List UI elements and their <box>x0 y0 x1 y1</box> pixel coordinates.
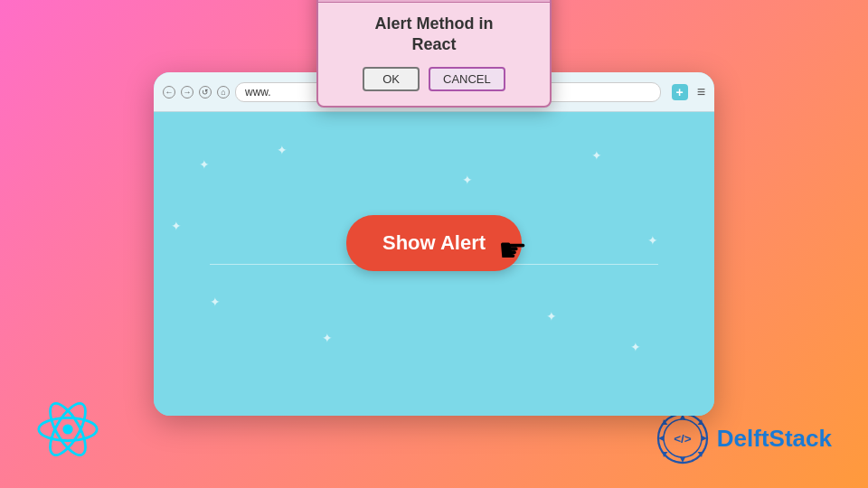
show-alert-button[interactable]: Show Alert <box>346 215 522 271</box>
alert-cancel-button[interactable]: CANCEL <box>429 67 505 91</box>
new-tab-button[interactable]: + <box>672 84 688 100</box>
alert-body: Alert Method in React OK CANCEL <box>318 3 550 106</box>
star-9: ✦ <box>647 233 658 248</box>
alert-title-line2: React <box>411 35 456 53</box>
star-1: ✦ <box>199 157 210 172</box>
browser-content: ✦ ✦ ✦ ✦ ✦ ✦ ✦ ✦ ✦ ✦ Show Alert ☛ <box>154 112 714 416</box>
star-4: ✦ <box>591 148 602 163</box>
browser-refresh-button[interactable]: ↺ <box>199 86 212 99</box>
star-8: ✦ <box>630 340 641 354</box>
browser-window: × □ — Alert Method in React OK CANCEL ← <box>154 72 714 416</box>
delft-logo: </> DelftStack <box>656 411 832 465</box>
alert-dialog: × □ — Alert Method in React OK CANCEL <box>316 0 552 108</box>
svg-point-0 <box>62 424 72 434</box>
cursor-hand-icon: ☛ <box>498 231 527 269</box>
alert-buttons: OK CANCEL <box>333 67 535 91</box>
alert-ok-button[interactable]: OK <box>363 67 420 91</box>
browser-home-button[interactable]: ⌂ <box>217 86 230 99</box>
svg-text:</>: </> <box>674 432 692 446</box>
star-3: ✦ <box>462 173 473 187</box>
browser-forward-button[interactable]: → <box>181 86 193 99</box>
delft-black-text: Delft <box>717 425 769 452</box>
star-10: ✦ <box>171 219 182 233</box>
browser-back-button[interactable]: ← <box>163 86 175 99</box>
star-6: ✦ <box>322 331 333 345</box>
alert-title-line1: Alert Method in <box>375 14 494 33</box>
delft-badge-icon: </> <box>656 411 710 465</box>
alert-title: Alert Method in React <box>333 14 535 56</box>
react-logo <box>36 398 99 461</box>
delft-blue-text: Stack <box>769 425 832 452</box>
star-2: ✦ <box>277 143 288 157</box>
star-5: ✦ <box>210 295 221 309</box>
browser-menu-button[interactable]: ≡ <box>697 84 705 100</box>
star-7: ✦ <box>546 309 557 324</box>
delft-stack-text: DelftStack <box>717 425 832 453</box>
